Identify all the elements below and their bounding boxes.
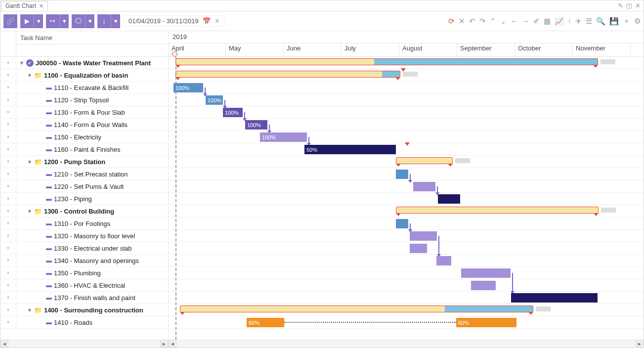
filter-icon[interactable]: ▼ — [0, 304, 16, 316]
filter-icon[interactable]: ▼ — [0, 193, 16, 205]
filter-icon[interactable]: ▼ — [0, 69, 16, 81]
task-bar[interactable]: 100% — [173, 83, 203, 92]
caret-icon[interactable]: ▼ — [27, 159, 32, 165]
task-bar[interactable] — [410, 231, 437, 241]
task-bar[interactable] — [511, 293, 598, 303]
task-row[interactable]: ▼▬1130 - Form & Pour Slab — [0, 106, 168, 119]
chart-icon[interactable]: 📈 — [555, 17, 564, 26]
gantt-row[interactable] — [169, 57, 644, 69]
save-icon[interactable]: 💾 — [609, 17, 619, 26]
task-bar[interactable]: 100% — [206, 95, 223, 105]
filter-icon[interactable]: ▼ — [0, 279, 16, 291]
collapse-icon[interactable]: ⌃ — [490, 17, 496, 26]
task-row[interactable]: ▼▬1370 - Finish walls and paint — [0, 292, 168, 304]
gantt-row[interactable]: 100% — [169, 82, 644, 94]
gantt-row[interactable] — [169, 168, 644, 180]
caret-icon[interactable]: ▼ — [27, 209, 32, 214]
grid-icon[interactable]: ▦ — [544, 17, 551, 26]
task-row[interactable]: ▼▬1230 - Piping — [0, 193, 168, 205]
summary-bar[interactable] — [175, 58, 598, 65]
scroll-left-icon[interactable]: ◄ — [0, 340, 8, 348]
task-row[interactable]: ▼▬1220 - Set Pums & Vault — [0, 180, 168, 193]
tab-gantt[interactable]: Gantt Chart ✕ — [1, 1, 48, 11]
filter-icon[interactable]: ▼ — [0, 119, 16, 130]
filter-icon[interactable]: ▼ — [0, 156, 16, 168]
task-bar[interactable] — [471, 281, 496, 290]
task-bar[interactable] — [436, 256, 451, 265]
clear-date-icon[interactable]: ✕ — [215, 17, 220, 25]
gantt-row[interactable]: 50% — [169, 143, 644, 156]
send-icon[interactable]: ✈ — [575, 17, 582, 26]
gantt-row[interactable] — [169, 267, 644, 279]
range-dropdown[interactable]: ▾ — [60, 14, 69, 28]
screen-button[interactable]: 🖵 — [72, 14, 86, 28]
gantt-row[interactable] — [169, 218, 644, 230]
filter-icon[interactable]: ▼ — [0, 292, 16, 304]
task-bar[interactable]: 50% — [304, 145, 396, 154]
task-bar[interactable] — [410, 244, 427, 253]
up-icon[interactable]: ↑ — [568, 17, 572, 25]
filter-icon[interactable]: ▼ — [0, 143, 16, 155]
gantt-row[interactable]: 100% — [169, 131, 644, 143]
gantt-row[interactable] — [169, 193, 644, 205]
filter-icon[interactable]: ▼ — [0, 242, 16, 254]
gantt-row[interactable] — [169, 180, 644, 193]
gantt-row[interactable] — [169, 242, 644, 255]
tab-close-icon[interactable]: ✕ — [39, 3, 43, 9]
gantt-scroll-left-icon[interactable]: ◄ — [169, 340, 176, 348]
task-row[interactable]: ▼▬1350 - Plumbing — [0, 267, 168, 279]
task-bar[interactable] — [396, 219, 408, 228]
task-bar[interactable] — [438, 194, 460, 204]
list-icon[interactable]: ☰ — [586, 17, 592, 26]
sync-icon[interactable]: ⟳ — [448, 17, 455, 26]
task-row[interactable]: ▼▬1160 - Paint & Finishes — [0, 143, 168, 156]
filter-icon[interactable]: ▼ — [0, 57, 16, 69]
highlight-icon[interactable]: ✐ — [533, 17, 540, 26]
gantt-row[interactable] — [169, 255, 644, 267]
scroll-right-icon[interactable]: ► — [160, 340, 168, 348]
filter-icon[interactable]: ▼ — [0, 255, 16, 266]
task-row[interactable]: ▼▬1410 - Roads — [0, 316, 168, 329]
gantt-row[interactable] — [169, 230, 644, 242]
gantt-row[interactable]: 100% — [169, 94, 644, 106]
filter-icon[interactable]: ▼ — [0, 218, 16, 229]
task-bar[interactable]: 100% — [260, 132, 307, 142]
task-row[interactable]: ▼▼📁1300 - Control Building — [0, 205, 168, 218]
summary-bar[interactable] — [396, 157, 453, 164]
screen-dropdown[interactable]: ▾ — [86, 14, 94, 28]
next-icon[interactable]: → — [522, 17, 529, 25]
edit-icon[interactable]: ✎ — [618, 2, 623, 9]
popout-icon[interactable]: ◫ — [626, 2, 632, 9]
summary-bar[interactable] — [175, 71, 400, 78]
play-dropdown[interactable]: ▾ — [34, 14, 43, 28]
gantt-row[interactable] — [169, 279, 644, 292]
undo-icon[interactable]: ↶ — [469, 17, 475, 26]
filter-icon[interactable]: ▼ — [0, 106, 16, 118]
task-bar[interactable] — [396, 170, 408, 179]
task-row[interactable]: ▼▼📁1400 - Surrounding construction — [0, 304, 168, 316]
redo-icon[interactable]: ↷ — [479, 17, 486, 26]
play-button[interactable]: ▶ — [20, 14, 34, 28]
task-name-header[interactable]: Task Name — [16, 31, 168, 44]
gantt-row[interactable] — [169, 304, 644, 316]
calendar-icon[interactable]: 📅 — [203, 17, 211, 25]
task-row[interactable]: ▼▬1360 - HVAC & Electrical — [0, 279, 168, 292]
task-row[interactable]: ▼▬1110 - Excavate & Backfill — [0, 82, 168, 94]
task-row[interactable]: ▼▬1330 - Electrical under slab — [0, 242, 168, 255]
task-row[interactable]: ▼▬1320 - Masonry to floor level — [0, 230, 168, 242]
close-icon[interactable]: ✕ — [635, 2, 641, 9]
task-row[interactable]: ▼▬1120 - Strip Topsoil — [0, 94, 168, 106]
caret-icon[interactable]: ▼ — [19, 60, 24, 66]
task-bar[interactable] — [461, 268, 511, 278]
task-row[interactable]: ▼▬1210 - Set Precast station — [0, 168, 168, 180]
task-bar[interactable]: 60% — [456, 318, 516, 327]
updown-dropdown[interactable]: ▾ — [111, 14, 120, 28]
summary-bar[interactable] — [180, 305, 533, 312]
link-button[interactable]: 🔗 — [3, 14, 17, 28]
gantt-scroll-right-icon[interactable]: ► — [636, 340, 644, 348]
date-range-input[interactable]: 01/04/2019 - 30/11/2019 📅 ✕ — [123, 15, 225, 27]
filter-icon[interactable]: ▼ — [0, 205, 16, 217]
filter-icon[interactable]: ▼ — [0, 168, 16, 180]
task-bar[interactable]: 100% — [223, 108, 243, 117]
add-icon[interactable]: ＋ — [623, 16, 630, 26]
